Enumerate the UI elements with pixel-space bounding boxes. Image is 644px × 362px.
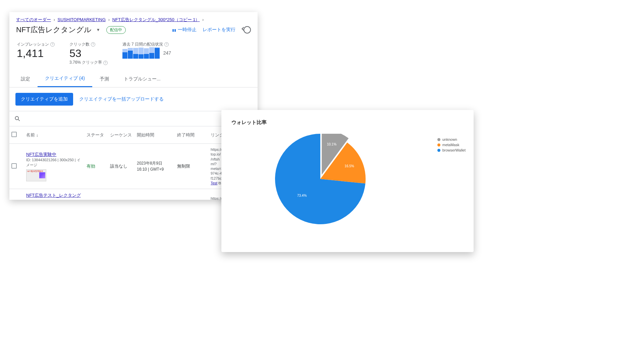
legend-dot-icon [437,143,440,146]
header-end[interactable]: 終了時間 [175,132,209,138]
chevron-down-icon[interactable]: ▼ [95,27,100,32]
pause-button[interactable]: ▮▮ 一時停止 [170,25,198,34]
legend-dot-icon [437,138,440,141]
chevron-right-icon: › [52,17,56,22]
wallet-ratio-card: ウォレット比率 10.1%16.5%73.4% unknownmetaMaskb… [221,110,474,252]
trend-stat: 過去 7 日間の配信状況? 247 [122,42,171,59]
creatives-table: 名前 ↓ ステータ シーケンス 開始時間 終了時間 リンク NFT広告実験中 I… [9,126,258,200]
help-icon[interactable]: ? [91,42,95,47]
wallet-pie-chart: 10.1%16.5%73.4% [275,134,366,224]
breadcrumb-account[interactable]: SUSHITOPMARKETING [58,17,106,22]
chart-legend: unknownmetaMaskbrowserWallet [437,137,466,154]
creative-thumbnail[interactable]: NFT配布型実験中 [26,169,46,181]
impressions-stat: インプレッション? 1,411 [17,42,55,60]
history-icon[interactable] [244,26,251,34]
select-all-checkbox[interactable] [11,132,17,137]
stats-row: インプレッション? 1,411 クリック数? 53 3.76% クリック率 ? … [9,38,258,71]
end-cell: 無制限 [175,163,209,169]
help-icon[interactable]: ? [50,42,55,47]
trend-sparkline [122,47,160,59]
header-start[interactable]: 開始時間 [135,132,175,138]
help-icon[interactable]: ? [103,61,108,65]
tab[interactable]: クリエイティブ (4) [38,71,92,87]
status-cell: 有効 [85,163,108,169]
wallet-card-title: ウォレット比率 [231,119,464,126]
creative-link[interactable]: NFT広告テスト_レクタングル_ム [26,193,81,200]
header-status[interactable]: ステータ [85,132,108,138]
search-bar[interactable] [9,111,258,126]
tab[interactable]: トラブルシュー... [116,71,168,87]
legend-item[interactable]: metaMask [437,143,466,147]
titlebar: NFT広告レクタングル ▼ 配信中 ▮▮ 一時停止 レポートを実行 [9,24,258,38]
external-link-icon: ⧉ [218,181,221,185]
run-report-button[interactable]: レポートを実行 [201,25,237,34]
breadcrumb-all-orders[interactable]: すべてのオーダー [16,17,51,22]
svg-line-1 [18,120,20,121]
breadcrumb-lineitem[interactable]: NFT広告レクタングル_300*250（コピー 1） [112,17,200,22]
pie-label: 10.1% [327,142,336,146]
page-title: NFT広告レクタングル [16,25,92,35]
pie-label: 16.5% [344,164,354,168]
table-header: 名前 ↓ ステータ シーケンス 開始時間 終了時間 リンク [9,126,258,144]
tabs: 設定クリエイティブ (4)予測トラブルシュー... [9,71,258,87]
table-row: NFT広告テスト_レクタングル_ム https:// [9,189,258,200]
legend-item[interactable]: browserWallet [437,148,466,152]
add-creative-button[interactable]: クリエイティブを追加 [15,93,73,106]
bulk-upload-button[interactable]: クリエイティブを一括アップロードする [79,96,164,102]
chevron-right-icon: › [107,17,111,22]
start-cell: 2023年8月9日 16:10 | GMT+9 [135,160,175,172]
clicks-stat: クリック数? 53 3.76% クリック率 ? [69,42,108,65]
ad-manager-panel: すべてのオーダー › SUSHITOPMARKETING › NFT広告レクタン… [9,12,258,200]
breadcrumb: すべてのオーダー › SUSHITOPMARKETING › NFT広告レクタン… [9,12,258,24]
chevron-right-icon: › [201,17,205,22]
search-icon [14,115,21,122]
header-name[interactable]: 名前 ↓ [24,132,85,138]
creative-name-cell: NFT広告実験中 ID: 138443021266 | 300x250 | イメ… [24,152,85,181]
table-row: NFT広告実験中 ID: 138443021266 | 300x250 | イメ… [9,144,258,189]
help-icon[interactable]: ? [164,42,169,47]
creative-link[interactable]: NFT広告実験中 [26,152,56,157]
header-sequence[interactable]: シーケンス [108,132,135,138]
legend-item[interactable]: unknown [437,137,466,141]
tab[interactable]: 予測 [92,71,116,87]
row-checkbox[interactable] [11,163,17,169]
sort-down-icon: ↓ [36,132,39,137]
link-tail[interactable]: Test [211,181,217,185]
legend-dot-icon [437,149,440,152]
tab[interactable]: 設定 [13,71,38,87]
svg-point-0 [15,116,18,120]
pie-label: 73.4% [297,194,307,197]
status-badge: 配信中 [106,26,126,34]
action-row: クリエイティブを追加 クリエイティブを一括アップロードする [9,87,258,111]
pause-icon: ▮▮ [172,27,176,33]
sequence-cell: 該当なし [108,163,135,169]
